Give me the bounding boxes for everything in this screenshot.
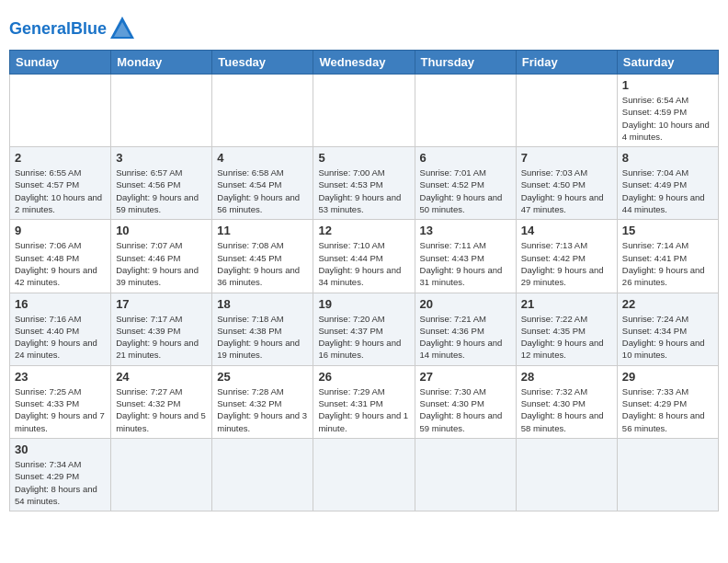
day-info: Sunrise: 6:54 AM Sunset: 4:59 PM Dayligh… (622, 94, 713, 143)
day-info: Sunrise: 7:16 AM Sunset: 4:40 PM Dayligh… (15, 313, 106, 362)
calendar-cell: 6Sunrise: 7:01 AM Sunset: 4:52 PM Daylig… (415, 147, 516, 220)
day-number: 7 (521, 151, 612, 165)
calendar-cell: 18Sunrise: 7:18 AM Sunset: 4:38 PM Dayli… (212, 293, 313, 365)
logo-icon (108, 15, 136, 42)
calendar-cell: 17Sunrise: 7:17 AM Sunset: 4:39 PM Dayli… (111, 293, 212, 365)
calendar-cell (111, 438, 212, 511)
day-info: Sunrise: 7:22 AM Sunset: 4:35 PM Dayligh… (521, 313, 612, 362)
calendar-cell: 22Sunrise: 7:24 AM Sunset: 4:34 PM Dayli… (617, 293, 718, 365)
calendar-cell (313, 75, 415, 147)
day-info: Sunrise: 6:57 AM Sunset: 4:56 PM Dayligh… (116, 167, 207, 215)
logo-general: General (9, 19, 71, 38)
calendar-cell: 26Sunrise: 7:29 AM Sunset: 4:31 PM Dayli… (313, 365, 415, 438)
calendar-cell: 27Sunrise: 7:30 AM Sunset: 4:30 PM Dayli… (415, 365, 516, 438)
weekday-header-row: SundayMondayTuesdayWednesdayThursdayFrid… (10, 51, 719, 75)
weekday-header-saturday: Saturday (617, 51, 718, 75)
day-number: 24 (116, 370, 207, 384)
day-info: Sunrise: 7:27 AM Sunset: 4:32 PM Dayligh… (116, 385, 207, 434)
day-info: Sunrise: 7:30 AM Sunset: 4:30 PM Dayligh… (420, 385, 511, 434)
week-row-3: 16Sunrise: 7:16 AM Sunset: 4:40 PM Dayli… (10, 293, 719, 365)
day-number: 16 (15, 297, 106, 311)
day-info: Sunrise: 7:14 AM Sunset: 4:41 PM Dayligh… (622, 239, 713, 288)
day-info: Sunrise: 7:20 AM Sunset: 4:37 PM Dayligh… (318, 313, 409, 362)
day-info: Sunrise: 7:21 AM Sunset: 4:36 PM Dayligh… (420, 313, 511, 362)
calendar-cell: 15Sunrise: 7:14 AM Sunset: 4:41 PM Dayli… (617, 220, 718, 293)
day-number: 15 (622, 224, 713, 237)
calendar-cell: 21Sunrise: 7:22 AM Sunset: 4:35 PM Dayli… (516, 293, 617, 365)
calendar-cell (10, 75, 111, 147)
calendar-cell: 14Sunrise: 7:13 AM Sunset: 4:42 PM Dayli… (516, 220, 617, 293)
calendar-cell: 2Sunrise: 6:55 AM Sunset: 4:57 PM Daylig… (10, 147, 111, 220)
day-info: Sunrise: 7:00 AM Sunset: 4:53 PM Dayligh… (318, 167, 409, 215)
day-number: 12 (318, 224, 409, 237)
day-info: Sunrise: 7:04 AM Sunset: 4:49 PM Dayligh… (622, 167, 713, 215)
day-info: Sunrise: 7:07 AM Sunset: 4:46 PM Dayligh… (116, 239, 207, 288)
day-info: Sunrise: 7:08 AM Sunset: 4:45 PM Dayligh… (217, 239, 308, 288)
weekday-header-friday: Friday (516, 51, 617, 75)
calendar-cell (212, 438, 313, 511)
week-row-1: 2Sunrise: 6:55 AM Sunset: 4:57 PM Daylig… (10, 147, 719, 220)
calendar-cell: 8Sunrise: 7:04 AM Sunset: 4:49 PM Daylig… (617, 147, 718, 220)
day-number: 14 (521, 224, 612, 237)
calendar-cell: 7Sunrise: 7:03 AM Sunset: 4:50 PM Daylig… (516, 147, 617, 220)
calendar-cell: 29Sunrise: 7:33 AM Sunset: 4:29 PM Dayli… (617, 365, 718, 438)
page: GeneralBlue SundayMondayTuesdayWednesday… (0, 0, 728, 563)
weekday-header-tuesday: Tuesday (212, 51, 313, 75)
calendar-cell (516, 438, 617, 511)
day-number: 29 (622, 370, 713, 384)
day-number: 17 (116, 297, 207, 311)
day-info: Sunrise: 7:11 AM Sunset: 4:43 PM Dayligh… (420, 239, 511, 288)
day-number: 5 (318, 151, 409, 165)
day-number: 4 (217, 151, 308, 165)
day-number: 26 (318, 370, 409, 384)
day-number: 23 (15, 370, 106, 384)
day-info: Sunrise: 7:32 AM Sunset: 4:30 PM Dayligh… (521, 385, 612, 434)
calendar-cell: 28Sunrise: 7:32 AM Sunset: 4:30 PM Dayli… (516, 365, 617, 438)
day-info: Sunrise: 7:10 AM Sunset: 4:44 PM Dayligh… (318, 239, 409, 288)
calendar-cell: 19Sunrise: 7:20 AM Sunset: 4:37 PM Dayli… (313, 293, 415, 365)
day-number: 1 (622, 78, 713, 92)
day-info: Sunrise: 7:29 AM Sunset: 4:31 PM Dayligh… (318, 385, 409, 434)
logo-text: GeneralBlue (9, 19, 107, 39)
day-number: 3 (116, 151, 207, 165)
calendar-cell (111, 75, 212, 147)
calendar-cell: 11Sunrise: 7:08 AM Sunset: 4:45 PM Dayli… (212, 220, 313, 293)
day-number: 18 (217, 297, 308, 311)
day-info: Sunrise: 7:06 AM Sunset: 4:48 PM Dayligh… (15, 239, 106, 288)
calendar-cell: 10Sunrise: 7:07 AM Sunset: 4:46 PM Dayli… (111, 220, 212, 293)
weekday-header-monday: Monday (111, 51, 212, 75)
weekday-header-sunday: Sunday (10, 51, 111, 75)
day-number: 2 (15, 151, 106, 165)
day-number: 27 (420, 370, 511, 384)
calendar-cell (415, 438, 516, 511)
calendar-table: SundayMondayTuesdayWednesdayThursdayFrid… (9, 50, 719, 511)
day-info: Sunrise: 7:25 AM Sunset: 4:33 PM Dayligh… (15, 385, 106, 434)
day-number: 9 (15, 224, 106, 237)
calendar-cell: 20Sunrise: 7:21 AM Sunset: 4:36 PM Dayli… (415, 293, 516, 365)
calendar-cell: 9Sunrise: 7:06 AM Sunset: 4:48 PM Daylig… (10, 220, 111, 293)
calendar-cell: 23Sunrise: 7:25 AM Sunset: 4:33 PM Dayli… (10, 365, 111, 438)
day-number: 20 (420, 297, 511, 311)
day-number: 10 (116, 224, 207, 237)
logo-blue: Blue (71, 19, 107, 38)
day-number: 13 (420, 224, 511, 237)
calendar-cell: 13Sunrise: 7:11 AM Sunset: 4:43 PM Dayli… (415, 220, 516, 293)
calendar-cell: 16Sunrise: 7:16 AM Sunset: 4:40 PM Dayli… (10, 293, 111, 365)
day-number: 19 (318, 297, 409, 311)
day-number: 6 (420, 151, 511, 165)
header: GeneralBlue (9, 9, 719, 42)
calendar-cell: 1Sunrise: 6:54 AM Sunset: 4:59 PM Daylig… (617, 75, 718, 147)
calendar-cell (415, 75, 516, 147)
day-info: Sunrise: 7:34 AM Sunset: 4:29 PM Dayligh… (15, 458, 106, 507)
calendar-cell (212, 75, 313, 147)
logo: GeneralBlue (9, 15, 136, 42)
calendar-cell (617, 438, 718, 511)
day-info: Sunrise: 7:28 AM Sunset: 4:32 PM Dayligh… (217, 385, 308, 434)
day-number: 21 (521, 297, 612, 311)
day-number: 28 (521, 370, 612, 384)
day-number: 8 (622, 151, 713, 165)
weekday-header-wednesday: Wednesday (313, 51, 415, 75)
calendar-cell: 25Sunrise: 7:28 AM Sunset: 4:32 PM Dayli… (212, 365, 313, 438)
calendar-cell: 4Sunrise: 6:58 AM Sunset: 4:54 PM Daylig… (212, 147, 313, 220)
day-info: Sunrise: 7:33 AM Sunset: 4:29 PM Dayligh… (622, 385, 713, 434)
